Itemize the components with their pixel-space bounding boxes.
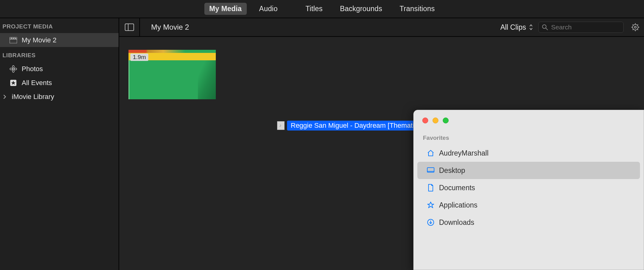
sidebar: PROJECT MEDIA My Movie 2 LIBRARIES Photo… — [0, 18, 119, 270]
clip-filter-dropdown[interactable]: All Clips — [500, 23, 533, 32]
search-icon — [542, 24, 548, 30]
photos-flower-icon — [9, 65, 17, 73]
sidebar-item-photos[interactable]: Photos — [0, 62, 119, 76]
finder-item-home[interactable]: AudreyMarshall — [417, 144, 640, 162]
svg-point-3 — [12, 70, 14, 72]
svg-line-18 — [637, 29, 638, 30]
content-header: My Movie 2 All Clips — [119, 18, 644, 37]
sidebar-item-imovie-library[interactable]: iMovie Library — [0, 90, 119, 104]
applications-icon — [427, 201, 435, 209]
search-field[interactable] — [538, 22, 624, 33]
svg-point-9 — [542, 25, 546, 28]
svg-point-2 — [12, 66, 14, 68]
audio-file-icon — [277, 121, 285, 130]
house-icon — [427, 149, 435, 157]
sidebar-toggle-icon[interactable] — [125, 24, 134, 31]
svg-line-10 — [546, 28, 548, 30]
sidebar-project-label: My Movie 2 — [22, 36, 56, 44]
finder-item-documents[interactable]: Documents — [417, 179, 640, 196]
document-icon — [427, 184, 435, 191]
clip-duration-badge: 1.9m — [130, 54, 148, 61]
tab-transitions[interactable]: Transitions — [394, 3, 440, 15]
finder-item-applications[interactable]: Applications — [417, 196, 640, 214]
search-input[interactable] — [551, 24, 632, 31]
clip-thumbnail[interactable]: 1.9m — [128, 50, 216, 99]
downloads-icon — [427, 219, 435, 226]
svg-line-19 — [633, 29, 633, 30]
updown-chevron-icon — [529, 24, 533, 30]
sidebar-imovie-library-label: iMovie Library — [12, 93, 54, 101]
svg-rect-0 — [10, 39, 17, 43]
top-tab-bar: My Media Audio Titles Backgrounds Transi… — [0, 0, 644, 18]
content-title: My Movie 2 — [146, 23, 189, 32]
tab-my-media[interactable]: My Media — [204, 3, 247, 15]
finder-window[interactable]: Favorites AudreyMarshall Desktop Documen… — [413, 110, 644, 270]
star-box-icon — [9, 79, 17, 86]
minimize-button[interactable] — [433, 118, 438, 123]
project-media-header: PROJECT MEDIA — [0, 18, 119, 33]
chevron-right-icon — [3, 95, 7, 99]
svg-point-12 — [634, 26, 636, 28]
svg-rect-7 — [125, 24, 134, 31]
tab-titles[interactable]: Titles — [301, 3, 328, 15]
tab-audio[interactable]: Audio — [254, 3, 283, 15]
svg-point-4 — [10, 68, 12, 70]
window-controls — [414, 110, 644, 123]
libraries-header: LIBRARIES — [0, 47, 119, 62]
clip-filter-label: All Clips — [500, 23, 526, 32]
sidebar-item-project[interactable]: My Movie 2 — [0, 33, 119, 47]
clapperboard-icon — [9, 37, 17, 43]
sidebar-all-events-label: All Events — [22, 79, 52, 87]
clip-waveform-strip — [128, 50, 216, 53]
finder-applications-label: Applications — [439, 201, 477, 209]
zoom-button[interactable] — [443, 118, 449, 123]
sidebar-photos-label: Photos — [22, 65, 43, 73]
desktop-icon — [427, 167, 435, 174]
svg-point-1 — [12, 68, 14, 70]
finder-home-label: AudreyMarshall — [439, 149, 489, 157]
finder-downloads-label: Downloads — [439, 218, 474, 227]
svg-point-5 — [14, 68, 17, 70]
finder-desktop-label: Desktop — [439, 166, 465, 175]
clip-shade — [198, 60, 216, 99]
svg-line-17 — [633, 24, 633, 25]
sidebar-item-all-events[interactable]: All Events — [0, 76, 119, 90]
tab-backgrounds[interactable]: Backgrounds — [335, 3, 387, 15]
close-button[interactable] — [422, 118, 428, 123]
svg-line-20 — [637, 24, 638, 25]
gear-icon[interactable] — [629, 23, 640, 32]
finder-documents-label: Documents — [439, 184, 475, 192]
finder-item-downloads[interactable]: Downloads — [417, 214, 640, 231]
finder-item-desktop[interactable]: Desktop — [417, 162, 640, 179]
finder-favorites-header: Favorites — [414, 123, 644, 144]
